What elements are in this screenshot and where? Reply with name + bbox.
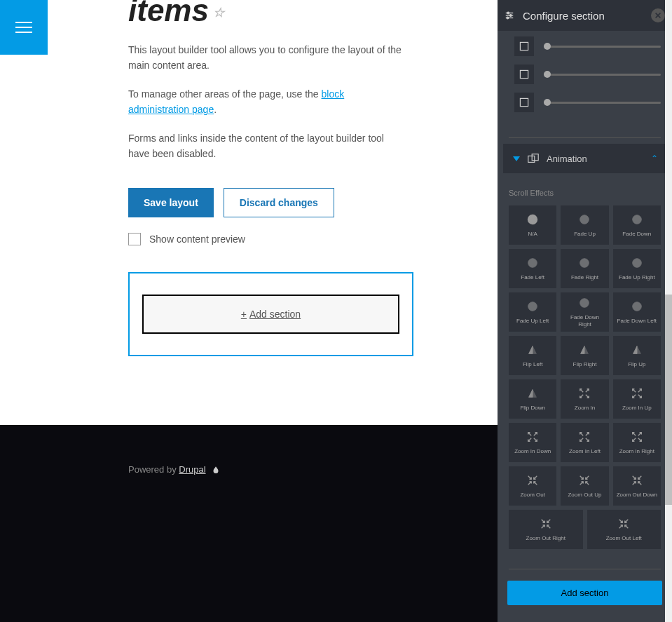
effect-flip-down[interactable]: Flip Down: [509, 379, 556, 419]
scrollbar-thumb[interactable]: [665, 295, 672, 505]
animation-accordion-header[interactable]: Animation ⌃: [503, 144, 666, 173]
effect-fade-right[interactable]: Fade Right: [561, 249, 608, 288]
effect-label: Zoom Out Right: [526, 535, 565, 542]
slider-thumb[interactable]: [544, 71, 551, 78]
effect-zoom-in-down[interactable]: Zoom In Down: [509, 423, 556, 462]
layout-section: +Add section: [128, 272, 413, 356]
effect-label: Flip Up: [628, 361, 645, 368]
description-block: This layout builder tool allows you to c…: [48, 28, 498, 161]
plus-icon: +: [241, 309, 247, 320]
slider-1[interactable]: [544, 46, 661, 48]
description-p2: To manage other areas of the page, use t…: [128, 86, 406, 118]
effect-icon: [630, 386, 644, 400]
effect-icon: [630, 343, 644, 357]
slider-thumb[interactable]: [544, 43, 551, 50]
effect-flip-up[interactable]: Flip Up: [613, 336, 661, 375]
description-p1: This layout builder tool allows you to c…: [128, 42, 406, 74]
effect-fade-up-right[interactable]: Fade Up Right: [613, 249, 661, 288]
svg-point-22: [633, 302, 642, 311]
sidebar-add-section-button[interactable]: Add section: [507, 581, 662, 605]
effect-zoom-out-up[interactable]: Zoom Out Up: [561, 466, 608, 506]
star-icon[interactable]: ☆: [213, 5, 224, 20]
effect-label: Zoom Out Up: [568, 492, 601, 499]
effect-icon: [577, 296, 591, 310]
effect-zoom-out-down[interactable]: Zoom Out Down: [613, 466, 661, 506]
effect-n-a[interactable]: N/A: [509, 205, 556, 245]
svg-rect-10: [520, 98, 528, 106]
page-title-text: items: [128, 0, 209, 27]
slider-row-1: [514, 36, 661, 56]
effect-label: Fade Up Left: [516, 318, 549, 325]
effect-label: Fade Right: [571, 274, 598, 281]
svg-point-19: [633, 259, 642, 268]
effect-icon: [577, 343, 591, 357]
svg-point-1: [507, 12, 509, 14]
effect-icon: [577, 212, 591, 227]
effect-icon: [630, 430, 644, 444]
hamburger-menu[interactable]: [0, 0, 48, 55]
effect-zoom-in[interactable]: Zoom In: [561, 379, 608, 419]
effect-flip-right[interactable]: Flip Right: [561, 336, 608, 375]
effect-fade-down-left[interactable]: Fade Down Left: [613, 292, 661, 332]
footer: Powered by Drupal: [0, 425, 498, 622]
svg-rect-12: [532, 154, 538, 161]
effect-zoom-in-up[interactable]: Zoom In Up: [613, 379, 661, 419]
page-title: items☆: [48, 0, 498, 28]
effect-icon: [577, 256, 591, 270]
button-row: Save layout Discard changes: [48, 174, 498, 217]
svg-point-17: [528, 259, 537, 268]
close-sidebar-button[interactable]: [651, 8, 665, 22]
effect-icon: [577, 386, 591, 400]
effect-flip-left[interactable]: Flip Left: [509, 336, 556, 375]
effect-icon: [526, 343, 540, 357]
drupal-icon: [211, 466, 221, 475]
svg-point-15: [580, 215, 589, 224]
border-icon-2[interactable]: [514, 65, 534, 84]
content-preview-checkbox[interactable]: [128, 233, 141, 245]
animation-icon: [527, 152, 540, 165]
effect-icon: [526, 473, 540, 487]
effect-grid: N/AFade UpFade DownFade LeftFade RightFa…: [509, 205, 661, 506]
effect-label: Flip Left: [523, 361, 542, 368]
content-card: items☆ This layout builder tool allows y…: [48, 0, 498, 425]
effect-icon: [539, 517, 553, 531]
discard-changes-button[interactable]: Discard changes: [224, 188, 334, 217]
slider-2[interactable]: [544, 74, 661, 76]
chevron-up-icon: ⌃: [651, 154, 658, 163]
add-section-button[interactable]: +Add section: [142, 295, 399, 334]
effect-fade-up[interactable]: Fade Up: [561, 205, 608, 245]
border-icon[interactable]: [514, 36, 534, 56]
effect-fade-down[interactable]: Fade Down: [613, 205, 661, 245]
slider-thumb[interactable]: [544, 99, 551, 106]
effect-fade-left[interactable]: Fade Left: [509, 249, 556, 288]
description-p3: Forms and links inside the content of th…: [128, 130, 406, 162]
effect-label: Zoom Out Left: [606, 535, 642, 542]
powered-by-text: Powered by: [128, 464, 179, 475]
slider-3[interactable]: [544, 102, 661, 104]
svg-point-18: [580, 259, 589, 268]
effect-zoom-out-left[interactable]: Zoom Out Left: [587, 510, 661, 549]
effect-zoom-in-right[interactable]: Zoom In Right: [613, 423, 661, 462]
scroll-effects-section: Scroll Effects N/AFade UpFade DownFade L…: [498, 173, 672, 556]
effect-icon: [630, 212, 644, 227]
effect-fade-up-left[interactable]: Fade Up Left: [509, 292, 556, 332]
drupal-link[interactable]: Drupal: [179, 464, 205, 475]
border-icon-3[interactable]: [514, 93, 534, 112]
effect-icon: [577, 430, 591, 444]
effect-zoom-out[interactable]: Zoom Out: [509, 466, 556, 506]
effect-icon: [617, 517, 631, 531]
svg-point-5: [507, 17, 509, 19]
divider: [509, 137, 661, 138]
effect-label: Zoom In Left: [569, 448, 601, 455]
effect-fade-down-right[interactable]: Fade Down Right: [561, 292, 608, 332]
save-layout-button[interactable]: Save layout: [128, 188, 214, 217]
content-preview-label: Show content preview: [149, 234, 245, 245]
effect-label: Flip Down: [520, 405, 545, 412]
effect-icon: [526, 430, 540, 444]
effect-label: Flip Right: [573, 361, 597, 368]
svg-point-16: [633, 215, 642, 224]
effect-zoom-out-right[interactable]: Zoom Out Right: [509, 510, 583, 549]
sliders-section: [498, 31, 672, 132]
effect-zoom-in-left[interactable]: Zoom In Left: [561, 423, 608, 462]
effect-label: Zoom Out Down: [617, 492, 657, 499]
